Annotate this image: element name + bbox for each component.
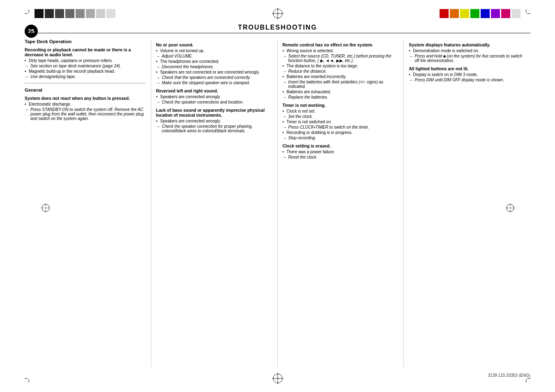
list-item: Wrong source is selected. [283, 48, 399, 53]
list-item: Press CLOCK•TIMER to switch on the timer… [283, 125, 399, 129]
bottom-bar [25, 372, 530, 385]
list-item: Recording or dubbing is in progress. [283, 130, 399, 135]
list-item: Batteries are inserted incorrectly. [283, 74, 399, 79]
list-item: Check the speaker connections and locati… [156, 100, 272, 104]
page: 25 TROUBLESHOOTING Tape Deck Operation R… [0, 0, 555, 392]
col1-sub1-title: Recording or playback cannot be made or … [25, 47, 146, 57]
list-item: Make sure the stripped speaker wire is c… [156, 81, 272, 85]
col4-sub2-title: All lighted buttons are not lit. [409, 66, 525, 71]
col-2: No or poor sound. Volume is not turned u… [151, 39, 278, 367]
top-crosshair [272, 7, 284, 20]
list-item: Speakers are connected wrongly. [156, 95, 272, 99]
col4-sub1-title: System displays features automatically. [409, 42, 525, 47]
col2-sub3-title: Lack of bass sound or apparently impreci… [156, 108, 272, 118]
list-item: The distance to the system is too large. [283, 64, 399, 68]
list-item: There was a power failure. [283, 150, 399, 154]
col2-sub2-title: Reversed left and right sound. [156, 88, 272, 93]
list-item: Dirty tape heads, capstans or pressure r… [25, 58, 146, 63]
bottom-crosshair [272, 372, 284, 385]
list-item: Reduce the distance. [283, 69, 399, 74]
list-item: Volume is not turned up. [156, 48, 272, 53]
col3-sub2-title: Timer is not working. [283, 103, 399, 108]
col1-sub2-title: System does not react when any button is… [25, 96, 146, 101]
list-item: Disconnect the headphones. [156, 65, 272, 69]
col3-sub3-title: Clock setting is erased. [283, 143, 399, 148]
list-item: Stop recording. [283, 136, 399, 140]
page-title: TROUBLESHOOTING [0, 24, 555, 31]
col1-tape-title: Tape Deck Operation [25, 39, 146, 44]
list-item: Timer is not switched on. [283, 120, 399, 124]
title-divider [25, 33, 530, 33]
list-item: Press DIM until DIM OFF display mode is … [409, 78, 525, 82]
list-item: Check the speaker connection for proper … [156, 124, 272, 133]
divider [25, 83, 146, 83]
list-item: Reset the clock. [283, 155, 399, 159]
list-item: Use demagnetizing tape. [25, 74, 146, 79]
list-item: The headphones are connected. [156, 59, 272, 64]
list-item: Clock is not set. [283, 109, 399, 113]
list-item: Demonstration mode is switched on. [409, 48, 525, 53]
color-blocks-right [440, 9, 520, 18]
list-item: Press and hold ■ (on the system) for fiv… [409, 54, 525, 63]
reg-mark-right-top [522, 9, 530, 18]
list-item: Batteries are exhausted. [283, 90, 399, 94]
reg-mark-left-bottom [25, 374, 33, 383]
list-item: Electrostatic discharge. [25, 102, 146, 106]
list-item: Adjust VOLUME. [156, 54, 272, 58]
reg-mark-left-mid [41, 203, 50, 213]
col1-general-title: General [25, 88, 146, 92]
reg-mark-left-top [25, 9, 33, 18]
list-item: Check that the speakers are connected co… [156, 75, 272, 80]
list-item: Insert the batteries with their polariti… [283, 80, 399, 89]
list-item: Magnetic build-up in the record/ playbac… [25, 69, 146, 74]
top-bar [25, 7, 530, 20]
reg-mark-right-mid [506, 203, 515, 213]
list-item: See section on tape deck maintenance (pa… [25, 64, 146, 68]
col3-sub1-title: Remote control has no effect on the syst… [283, 42, 399, 47]
color-blocks-left [35, 9, 115, 18]
content-area: Tape Deck Operation Recording or playbac… [25, 39, 530, 367]
list-item: Press STANDBY-ON to switch the system of… [25, 107, 146, 121]
col-3: Remote control has no effect on the syst… [278, 39, 404, 367]
list-item: Set the clock. [283, 114, 399, 119]
list-item: Display is switch on in DIM 3 mode. [409, 72, 525, 77]
col2-sub1-title: No or poor sound. [156, 42, 272, 47]
col-4: System displays features automatically. … [404, 39, 530, 367]
list-item: Select the source (CD, TUNER, etc.) befo… [283, 54, 399, 63]
list-item: Speakers are not connected or are connec… [156, 70, 272, 74]
reg-mark-right-bottom [522, 374, 530, 383]
list-item: Speakers are connected wrongly. [156, 119, 272, 123]
list-item: Replace the batteries. [283, 95, 399, 99]
col-1: Tape Deck Operation Recording or playbac… [25, 39, 151, 367]
